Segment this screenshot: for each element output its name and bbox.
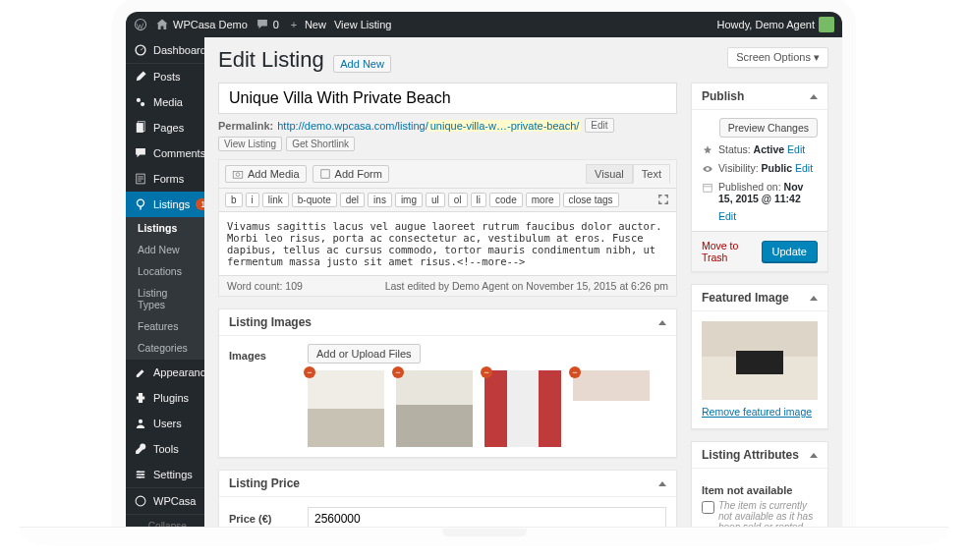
pin-icon xyxy=(702,144,713,156)
toggle-icon[interactable] xyxy=(658,320,666,325)
fullscreen-icon[interactable] xyxy=(656,193,670,206)
svg-point-10 xyxy=(142,474,143,476)
menu-tools[interactable]: Tools xyxy=(126,436,204,462)
qt-ins[interactable]: ins xyxy=(368,193,392,207)
menu-plugins[interactable]: Plugins xyxy=(126,385,204,411)
menu-appearance[interactable]: Appearance xyxy=(126,360,204,385)
featured-image-handle[interactable]: Featured Image xyxy=(692,285,827,311)
image-thumb[interactable]: − xyxy=(308,370,384,447)
publish-box: Publish Preview Changes Status: Active E… xyxy=(691,83,828,272)
submenu-listings[interactable]: Listings xyxy=(126,217,204,239)
qt-bquote[interactable]: b-quote xyxy=(292,193,337,207)
qt-li[interactable]: li xyxy=(471,193,486,207)
qt-closetags[interactable]: close tags xyxy=(563,193,619,207)
image-thumb[interactable]: − xyxy=(484,370,561,447)
add-media-button[interactable]: Add Media xyxy=(225,165,307,183)
wp-logo[interactable] xyxy=(134,18,147,31)
add-form-button[interactable]: Add Form xyxy=(313,165,389,183)
qt-more[interactable]: more xyxy=(526,193,560,207)
word-count: Word count: 109 xyxy=(227,280,303,292)
featured-image-thumb[interactable] xyxy=(702,321,818,400)
menu-media[interactable]: Media xyxy=(126,89,204,115)
publish-handle[interactable]: Publish xyxy=(692,84,827,110)
tab-visual[interactable]: Visual xyxy=(586,164,633,184)
add-new-button[interactable]: Add New xyxy=(333,55,391,73)
permalink-base[interactable]: http://demo.wpcasa.com/listing/ xyxy=(277,120,427,132)
menu-forms[interactable]: Forms xyxy=(126,166,204,192)
item-not-available-checkbox[interactable] xyxy=(702,501,714,514)
listing-images-box: Listing Images Images Add or Upload File… xyxy=(218,308,677,458)
edit-date-link[interactable]: Edit xyxy=(718,210,736,222)
svg-rect-17 xyxy=(704,184,712,192)
update-button[interactable]: Update xyxy=(762,241,818,262)
submenu-features[interactable]: Features xyxy=(126,315,204,337)
toggle-icon[interactable] xyxy=(658,481,666,486)
remove-image-icon[interactable]: − xyxy=(569,366,581,378)
edit-visibility-link[interactable]: Edit xyxy=(795,162,813,174)
qt-ol[interactable]: ol xyxy=(448,193,468,207)
content-editor: Add Media Add Form Visual Text xyxy=(218,159,677,297)
svg-point-15 xyxy=(236,173,240,177)
permalink-row: Permalink: http://demo.wpcasa.com/listin… xyxy=(218,118,677,151)
svg-rect-16 xyxy=(320,170,328,178)
qt-b[interactable]: b xyxy=(225,193,243,207)
qt-code[interactable]: code xyxy=(489,193,523,207)
menu-comments[interactable]: Comments xyxy=(126,140,204,166)
tab-text[interactable]: Text xyxy=(633,164,670,184)
menu-posts[interactable]: Posts xyxy=(126,64,204,89)
menu-wpcasa[interactable]: WPCasa xyxy=(126,488,204,514)
get-shortlink-button[interactable]: Get Shortlink xyxy=(286,137,355,151)
edit-status-link[interactable]: Edit xyxy=(787,143,805,155)
toggle-icon[interactable] xyxy=(810,94,818,99)
my-account[interactable]: Howdy, Demo Agent xyxy=(717,17,834,32)
image-thumb[interactable]: − xyxy=(396,370,473,447)
menu-dashboard[interactable]: Dashboard xyxy=(126,37,204,63)
toggle-icon[interactable] xyxy=(810,453,818,458)
submenu-locations[interactable]: Locations xyxy=(126,260,204,282)
svg-point-9 xyxy=(138,471,140,473)
remove-image-icon[interactable]: − xyxy=(481,366,492,378)
submenu-add-new[interactable]: Add New xyxy=(126,239,204,260)
submenu-categories[interactable]: Categories xyxy=(126,337,204,359)
remove-image-icon[interactable]: − xyxy=(304,366,315,378)
last-edited: Last edited by Demo Agent on November 15… xyxy=(385,280,668,292)
listing-price-handle[interactable]: Listing Price xyxy=(219,471,676,497)
listing-title-input[interactable] xyxy=(218,83,677,114)
listing-images-handle[interactable]: Listing Images xyxy=(219,309,676,336)
menu-settings[interactable]: Settings xyxy=(126,462,204,487)
screen-options-toggle[interactable]: Screen Options ▾ xyxy=(727,47,828,68)
preview-changes-button[interactable]: Preview Changes xyxy=(719,118,818,138)
new-content[interactable]: +New xyxy=(287,18,326,31)
qt-ul[interactable]: ul xyxy=(426,193,445,207)
edit-slug-button[interactable]: Edit xyxy=(585,118,613,133)
camera-icon xyxy=(232,168,244,180)
qt-link[interactable]: link xyxy=(262,193,289,207)
menu-pages[interactable]: Pages xyxy=(126,115,204,140)
svg-point-2 xyxy=(137,98,141,102)
listing-attributes-handle[interactable]: Listing Attributes xyxy=(692,442,827,469)
add-upload-button[interactable]: Add or Upload Files xyxy=(308,344,421,364)
submenu-listing-types[interactable]: Listing Types xyxy=(126,282,204,315)
menu-users[interactable]: Users xyxy=(126,411,204,436)
qt-img[interactable]: img xyxy=(395,193,423,207)
qt-del[interactable]: del xyxy=(340,193,365,207)
price-label: Price (€) xyxy=(229,507,298,525)
view-listing-link[interactable]: View Listing xyxy=(334,19,392,30)
quicktags-toolbar: b i link b-quote del ins img ul ol li xyxy=(219,188,676,211)
admin-menu: Dashboard Posts Media Pages Comments For… xyxy=(126,37,204,531)
comments-count[interactable]: 0 xyxy=(256,18,279,31)
permalink-slug[interactable]: unique-villa-w…-private-beach/ xyxy=(428,120,582,132)
remove-image-icon[interactable]: − xyxy=(392,366,404,378)
site-name[interactable]: WPCasa Demo xyxy=(155,18,248,31)
toggle-icon[interactable] xyxy=(810,296,818,301)
main-content: Edit Listing Add New Screen Options ▾ Pe… xyxy=(204,37,842,531)
move-to-trash-link[interactable]: Move to Trash xyxy=(702,240,762,263)
svg-point-7 xyxy=(138,199,144,206)
image-thumb[interactable]: − xyxy=(573,370,650,447)
menu-listings[interactable]: Listings1 xyxy=(126,192,204,217)
listing-attributes-box: Listing Attributes Item not available Th… xyxy=(691,441,828,531)
remove-featured-image-link[interactable]: Remove featured image xyxy=(702,406,812,418)
qt-i[interactable]: i xyxy=(246,193,259,207)
content-textarea[interactable]: Vivamus sagittis lacus vel augue laoreet… xyxy=(219,211,676,275)
view-listing-button[interactable]: View Listing xyxy=(218,137,282,151)
